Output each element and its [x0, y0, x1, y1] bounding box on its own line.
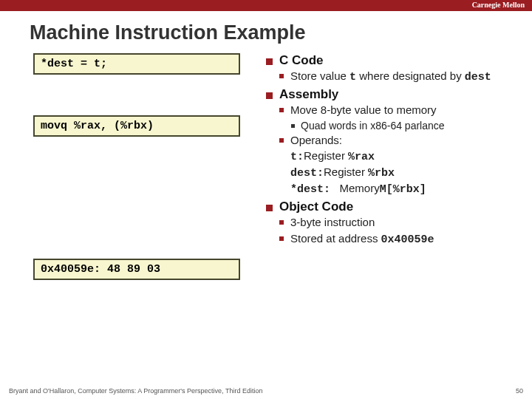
page-number: 50 — [516, 387, 523, 395]
asm-bullet-move: Move 8-byte value to memory Quad words i… — [279, 103, 510, 132]
c-bullet: Store value t where designated by dest — [279, 69, 510, 85]
footer-credit: Bryant and O'Hallaron, Computer Systems:… — [9, 387, 262, 395]
left-column: *dest = t; movq %rax, (%rbx) 0x40059e: 4… — [33, 53, 266, 280]
content-area: *dest = t; movq %rax, (%rbx) 0x40059e: 4… — [0, 53, 532, 280]
slide-title: Machine Instruction Example — [30, 21, 532, 44]
section-assembly: Assembly Move 8-byte value to memory Qua… — [266, 87, 510, 197]
object-code-box: 0x40059e: 48 89 03 — [33, 259, 240, 280]
obj-bullet-2: Stored at address 0x40059e — [279, 231, 510, 248]
section-c-code: C Code Store value t where designated by… — [266, 53, 510, 85]
operand-row-dest: dest:Register %rbx — [290, 165, 510, 181]
section-object-code: Object Code 3-byte instruction Stored at… — [266, 200, 510, 248]
section-title: C Code — [279, 53, 324, 67]
operand-row-t: t:Register %rax — [290, 149, 510, 165]
assembly-code-box: movq %rax, (%rbx) — [33, 115, 240, 137]
section-title: Assembly — [279, 87, 338, 101]
university-label: Carnegie Mellon — [472, 1, 525, 9]
asm-bullet-operands: Operands: t:Register %rax dest:Register … — [279, 133, 510, 197]
right-column: C Code Store value t where designated by… — [266, 53, 510, 280]
obj-bullet-1: 3-byte instruction — [279, 215, 510, 230]
top-bar: Carnegie Mellon — [0, 0, 532, 11]
operand-row-stardest: *dest: MemoryM[%rbx] — [290, 181, 510, 197]
outline-list: C Code Store value t where designated by… — [266, 53, 510, 248]
c-code-box: *dest = t; — [33, 53, 240, 75]
section-title: Object Code — [279, 200, 353, 214]
footer: Bryant and O'Hallaron, Computer Systems:… — [9, 387, 523, 395]
asm-subbullet-quad: Quad words in x86-64 parlance — [291, 119, 510, 133]
operand-rows: t:Register %rax dest:Register %rbx *dest… — [290, 149, 510, 198]
